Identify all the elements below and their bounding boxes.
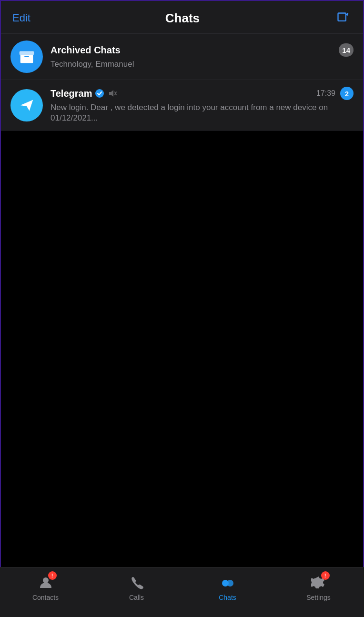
calls-tab-label: Calls [129,594,144,601]
chat-item-telegram[interactable]: Telegram 17:39 2 [1,80,363,131]
chat-name-telegram: Telegram [51,88,92,99]
unread-badge-archived: 14 [339,43,354,57]
tab-settings[interactable]: ! Settings [273,573,364,601]
avatar-telegram [10,89,43,121]
contacts-badge: ! [48,571,57,580]
svg-point-13 [43,577,49,583]
svg-rect-0 [338,13,345,21]
settings-icon-wrap: ! [310,573,328,591]
archive-icon [18,48,36,66]
chats-icon [220,575,235,590]
chat-time-telegram: 17:39 [316,89,335,98]
compose-icon [336,11,350,25]
svg-point-15 [227,580,233,587]
chat-list: Archived Chats 14 Technology, Emmanuel T… [1,34,363,131]
chat-content-telegram: Telegram 17:39 2 [51,87,354,123]
contacts-icon-wrap: ! [37,573,55,591]
chat-name-archived: Archived Chats [51,45,121,56]
chat-item-archived[interactable]: Archived Chats 14 Technology, Emmanuel [1,34,363,80]
tab-bar: ! Contacts Calls Chats ! S [0,567,364,617]
contacts-tab-label: Contacts [32,594,59,601]
svg-rect-3 [20,54,33,63]
tab-calls[interactable]: Calls [91,573,182,601]
tab-contacts[interactable]: ! Contacts [0,573,91,601]
avatar-archived [10,40,43,73]
chats-tab-label: Chats [219,594,236,601]
tab-chats[interactable]: Chats [182,573,273,601]
settings-tab-label: Settings [306,594,331,601]
edit-button[interactable]: Edit [12,12,30,24]
chats-icon-wrap [219,573,237,591]
nav-bar: Edit Chats [1,1,363,34]
calls-icon-wrap [128,573,146,591]
compose-button[interactable] [334,10,352,27]
chat-header-telegram: Telegram 17:39 2 [51,87,354,100]
telegram-avatar-icon [18,96,36,114]
chat-right-archived: 14 [334,43,354,57]
page-title: Chats [165,11,200,26]
svg-rect-5 [20,51,34,55]
chat-name-row-telegram: Telegram [51,88,309,99]
calls-icon [129,575,144,590]
svg-marker-7 [20,100,33,111]
main-content-area [1,131,363,572]
chat-right-telegram: 17:39 2 [313,87,354,100]
chat-preview-telegram: New login. Dear , we detected a login in… [51,102,354,123]
svg-rect-6 [24,56,29,57]
settings-badge: ! [321,571,330,580]
unread-badge-telegram: 2 [340,87,354,100]
chat-header-archived: Archived Chats 14 [51,43,354,57]
verified-icon [95,89,104,98]
svg-line-2 [347,14,348,15]
chat-content-archived: Archived Chats 14 Technology, Emmanuel [51,43,354,70]
mute-icon [107,89,117,98]
chat-name-row-archived: Archived Chats [51,45,330,56]
svg-marker-10 [109,90,113,97]
svg-point-9 [95,89,104,98]
chat-preview-archived: Technology, Emmanuel [51,59,354,70]
